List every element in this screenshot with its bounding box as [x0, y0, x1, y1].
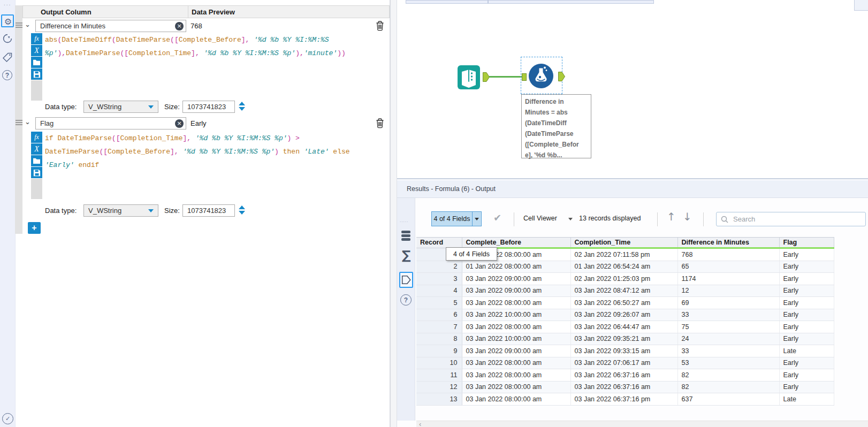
record-cell[interactable]: 8: [416, 333, 462, 345]
table-row[interactable]: 703 Jan 2022 08:00:00 am03 Jan 2022 06:4…: [416, 321, 834, 333]
horizontal-scrollbar[interactable]: ‹: [416, 421, 868, 427]
size-spinner[interactable]: [239, 102, 245, 111]
record-cell[interactable]: 10: [416, 357, 462, 369]
size-input[interactable]: 1073741823: [182, 204, 235, 217]
data-type-dropdown[interactable]: V_WString: [83, 101, 158, 113]
data-cell[interactable]: 82: [677, 381, 779, 393]
open-formula-button[interactable]: [31, 57, 42, 68]
data-cell[interactable]: 33: [677, 309, 779, 321]
functions-button[interactable]: fx: [31, 33, 42, 44]
data-cell[interactable]: 637: [677, 393, 779, 406]
workflow-canvas[interactable]: Difference inMinutes = abs(DateTimeDiff(…: [397, 0, 868, 179]
data-cell[interactable]: 03 Jan 2022 06:37:16 am: [570, 381, 677, 393]
record-cell[interactable]: 6: [416, 309, 462, 321]
data-cell[interactable]: 03 Jan 2022 09:00:00 am: [462, 273, 570, 285]
collapse-chevron-icon[interactable]: ⌄: [25, 118, 31, 126]
data-cell[interactable]: 03 Jan 2022 08:47:12 am: [570, 285, 677, 297]
table-row[interactable]: 201 Jan 2022 08:00:00 am01 Jan 2022 06:5…: [416, 261, 834, 273]
record-cell[interactable]: 11: [416, 369, 462, 382]
data-cell[interactable]: 03 Jan 2022 06:37:16 am: [570, 369, 677, 382]
data-cell[interactable]: Early: [779, 248, 834, 261]
data-cell[interactable]: 1174: [677, 273, 779, 285]
data-cell[interactable]: 03 Jan 2022 09:00:00 am: [462, 285, 570, 297]
aggregate-view-button[interactable]: ∑: [402, 248, 411, 262]
search-input[interactable]: [732, 215, 861, 224]
scroll-up-button[interactable]: ↑: [667, 210, 676, 223]
data-cell[interactable]: Late: [779, 393, 834, 406]
drag-handle-dots-icon[interactable]: ...: [4, 1, 11, 6]
data-cell[interactable]: 12: [677, 285, 779, 297]
table-row[interactable]: 1203 Jan 2022 08:00:00 am03 Jan 2022 06:…: [416, 381, 834, 393]
size-input[interactable]: 1073741823: [182, 101, 235, 113]
spinner-up-icon[interactable]: [239, 205, 245, 209]
data-cell[interactable]: Early: [779, 297, 834, 309]
help-tab[interactable]: ?: [2, 70, 12, 80]
data-cell[interactable]: 65: [677, 261, 779, 273]
table-row[interactable]: 603 Jan 2022 10:00:00 am03 Jan 2022 09:2…: [416, 309, 834, 321]
size-spinner[interactable]: [239, 205, 245, 215]
drag-handle-dots-icon[interactable]: .....: [400, 218, 408, 223]
variables-button[interactable]: X: [31, 143, 42, 155]
results-title-bar[interactable]: Results - Formula (6) - Output: [397, 180, 868, 198]
table-row[interactable]: 503 Jan 2022 08:00:00 am03 Jan 2022 06:5…: [416, 297, 834, 309]
column-header-flag[interactable]: Flag: [779, 238, 834, 248]
data-cell[interactable]: Early: [779, 321, 834, 333]
data-cell[interactable]: Early: [779, 285, 834, 297]
apply-check-icon[interactable]: ✔: [493, 212, 501, 223]
record-cell[interactable]: 7: [416, 321, 462, 333]
data-cell[interactable]: Early: [779, 261, 834, 273]
data-cell[interactable]: Early: [779, 369, 834, 382]
delete-formula-button[interactable]: [375, 118, 385, 128]
formula-output-anchor[interactable]: [558, 72, 565, 83]
navigation-tab[interactable]: [2, 33, 13, 44]
data-cell[interactable]: 03 Jan 2022 06:44:47 am: [570, 321, 677, 333]
spinner-down-icon[interactable]: [239, 211, 245, 215]
data-cell[interactable]: 33: [677, 345, 779, 357]
data-cell[interactable]: 03 Jan 2022 08:00:00 am: [462, 297, 570, 309]
variables-button[interactable]: X: [31, 45, 42, 56]
clear-field-icon[interactable]: ×: [175, 22, 184, 30]
data-cell[interactable]: 75: [677, 321, 779, 333]
apply-check-button[interactable]: ✓: [2, 413, 13, 424]
data-cell[interactable]: 768: [677, 248, 779, 261]
spinner-down-icon[interactable]: [239, 107, 245, 111]
search-field[interactable]: [716, 212, 866, 226]
formula-input-anchor[interactable]: [522, 73, 527, 83]
data-cell[interactable]: 03 Jan 2022 08:00:00 am: [462, 357, 570, 369]
data-cell[interactable]: Early: [779, 309, 834, 321]
input-data-tool[interactable]: [458, 65, 480, 92]
data-cell[interactable]: 03 Jan 2022 08:00:00 am: [462, 393, 570, 406]
table-row[interactable]: 403 Jan 2022 09:00:00 am03 Jan 2022 08:4…: [416, 285, 834, 297]
add-formula-button[interactable]: +: [28, 222, 41, 234]
collapse-chevron-icon[interactable]: ⌄: [25, 20, 31, 28]
data-cell[interactable]: 01 Jan 2022 06:54:24 am: [570, 261, 677, 273]
record-cell[interactable]: 12: [416, 381, 462, 393]
data-cell[interactable]: 03 Jan 2022 06:37:16 pm: [570, 393, 677, 406]
chevron-down-icon[interactable]: [568, 218, 573, 220]
row-drag-handle-icon[interactable]: [16, 120, 22, 125]
row-drag-handle-icon[interactable]: [16, 22, 22, 28]
fields-dropdown-button[interactable]: 4 of 4 Fields: [431, 211, 482, 226]
data-cell[interactable]: Late: [779, 345, 834, 357]
record-cell[interactable]: 13: [416, 393, 462, 406]
data-cell[interactable]: 03 Jan 2022 10:00:00 am: [462, 309, 570, 321]
table-row[interactable]: 1003 Jan 2022 08:00:00 am03 Jan 2022 07:…: [416, 357, 834, 369]
scroll-left-icon[interactable]: ‹: [419, 422, 421, 427]
data-cell[interactable]: 03 Jan 2022 09:00:00 am: [462, 345, 570, 357]
data-cell[interactable]: 69: [677, 297, 779, 309]
data-cell[interactable]: Early: [779, 333, 834, 345]
table-row[interactable]: 1303 Jan 2022 08:00:00 am03 Jan 2022 06:…: [416, 393, 834, 406]
data-cell[interactable]: 03 Jan 2022 08:00:00 am: [462, 381, 570, 393]
formula-expression-2[interactable]: if DateTimeParse([Completion_Time], '%d …: [45, 132, 387, 172]
functions-button[interactable]: fx: [31, 132, 42, 143]
data-cell[interactable]: 03 Jan 2022 09:26:07 am: [570, 309, 677, 321]
table-row[interactable]: 903 Jan 2022 09:00:00 am03 Jan 2022 09:3…: [416, 345, 834, 357]
cell-viewer-dropdown[interactable]: Cell Viewer: [523, 215, 557, 222]
data-cell[interactable]: 02 Jan 2022 07:11:58 pm: [570, 248, 677, 261]
panel-splitter[interactable]: [391, 0, 397, 427]
column-header-complete-before[interactable]: Complete_Before: [462, 238, 570, 248]
data-cell[interactable]: 53: [677, 357, 779, 369]
configuration-tab-selected[interactable]: ⚙: [1, 14, 14, 27]
column-header-completion-time[interactable]: Completion_Time: [570, 238, 677, 248]
record-cell[interactable]: 4: [416, 285, 462, 297]
